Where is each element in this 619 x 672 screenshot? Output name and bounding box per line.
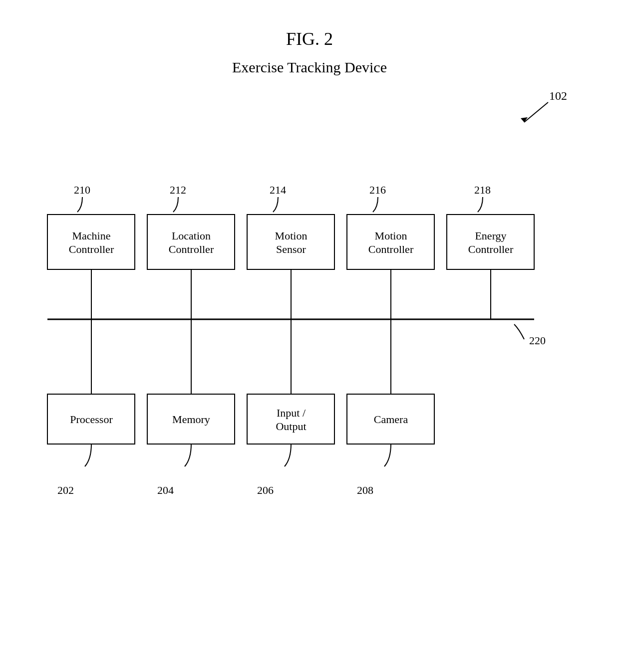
svg-text:Input /: Input /	[277, 407, 306, 419]
label-212: 212	[170, 184, 186, 196]
svg-text:Controller: Controller	[468, 243, 514, 255]
svg-text:Controller: Controller	[169, 243, 214, 255]
svg-line-0	[524, 102, 548, 122]
figure-subtitle: Exercise Tracking Device	[232, 59, 387, 75]
label-210: 210	[74, 184, 90, 196]
svg-text:Camera: Camera	[374, 413, 408, 426]
svg-text:Sensor: Sensor	[276, 243, 307, 255]
label-220: 220	[529, 334, 546, 347]
svg-marker-1	[521, 117, 528, 122]
label-208: 208	[357, 484, 373, 496]
svg-text:Energy: Energy	[475, 229, 506, 242]
svg-text:Controller: Controller	[368, 243, 414, 255]
motion-sensor-box	[247, 215, 334, 269]
label-206: 206	[257, 484, 274, 496]
label-204: 204	[157, 484, 174, 496]
svg-text:Location: Location	[172, 229, 211, 242]
svg-text:Processor: Processor	[70, 413, 113, 426]
motion-controller-box	[347, 215, 434, 269]
svg-text:Memory: Memory	[172, 413, 210, 426]
machine-controller-box	[47, 215, 135, 269]
svg-text:Motion: Motion	[375, 229, 407, 242]
label-102: 102	[549, 89, 567, 102]
memory-box	[147, 394, 235, 444]
label-218: 218	[474, 184, 491, 196]
svg-text:Machine: Machine	[72, 229, 111, 242]
label-216: 216	[369, 184, 386, 196]
location-controller-box	[147, 215, 235, 269]
svg-text:Output: Output	[276, 420, 306, 433]
label-202: 202	[57, 484, 74, 496]
input-output-box	[247, 394, 334, 444]
energy-controller-box	[447, 215, 534, 269]
figure-title: FIG. 2	[286, 29, 333, 49]
svg-text:Motion: Motion	[275, 229, 308, 242]
processor-box	[47, 394, 135, 444]
label-214: 214	[270, 184, 286, 196]
camera-box	[347, 394, 434, 444]
svg-text:Controller: Controller	[69, 243, 114, 255]
